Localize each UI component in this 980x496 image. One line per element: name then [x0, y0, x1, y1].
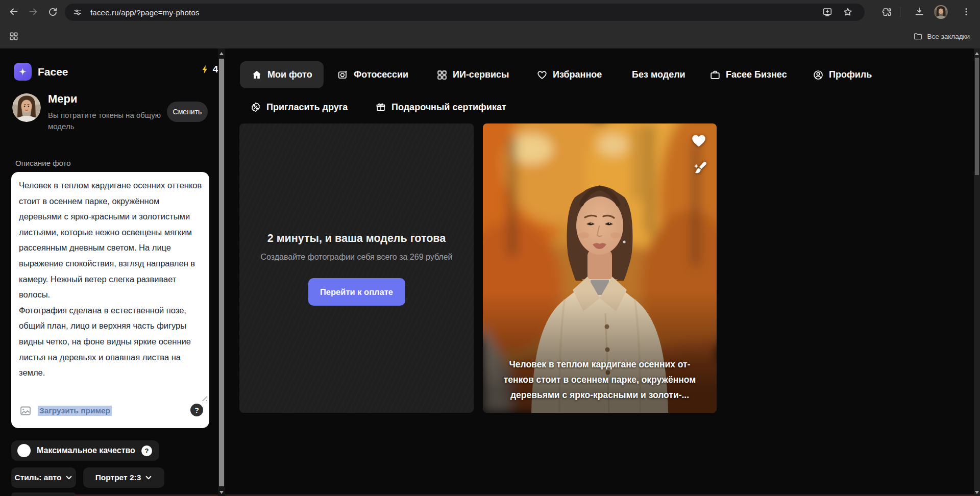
max-quality-toggle[interactable]: Максимальное качество ?	[11, 440, 159, 461]
nav-label: Подарочный сертификат	[391, 102, 506, 113]
user-note: Вы потратите токены на общую модель	[48, 110, 166, 132]
browser-scroll-up[interactable]	[975, 52, 979, 55]
tab-favorites[interactable]: Избранное	[536, 61, 602, 88]
quality-help-icon[interactable]: ?	[141, 445, 152, 456]
tab-label: Избранное	[553, 69, 602, 80]
toggle-knob[interactable]	[17, 444, 31, 457]
forward-icon[interactable]	[24, 3, 42, 20]
description-card: Человек в теплом кардигане осенних оттен…	[11, 172, 209, 428]
tab-label: ИИ-сервисы	[453, 69, 509, 80]
scroll-down-arrow[interactable]	[219, 491, 224, 494]
change-model-button[interactable]: Сменить	[167, 102, 208, 122]
browser-scrollbar[interactable]	[974, 48, 980, 496]
menu-dots-icon[interactable]	[958, 3, 975, 20]
brand-name: Facee	[38, 66, 68, 78]
apps-grid-icon[interactable]	[5, 28, 22, 45]
gift-certificate-button[interactable]: Подарочный сертификат	[375, 97, 506, 117]
app-page: Facee 45 Мери Вы потратите токены на общ…	[0, 48, 980, 496]
chevron-down-icon	[65, 474, 72, 481]
tab-label: Мои фото	[267, 69, 312, 80]
all-bookmarks-label: Все закладки	[927, 33, 970, 40]
image-icon	[19, 405, 32, 417]
primary-nav: Мои фото Фотосессии ИИ-сервисы Избранное…	[235, 61, 974, 88]
upload-example[interactable]: Загрузить пример	[19, 405, 112, 417]
chevron-down-icon	[145, 474, 152, 481]
photo-caption: Человек в теплом кардигане осенних от- т…	[483, 357, 717, 403]
profile-avatar[interactable]	[932, 3, 949, 20]
app-scrollbar[interactable]	[218, 48, 225, 496]
promo-card: 2 минуты, и ваша модель готова Создавайт…	[239, 123, 474, 413]
user-avatar[interactable]	[12, 93, 41, 122]
browser-scrollbar-thumb[interactable]	[975, 58, 979, 175]
gift-icon	[375, 102, 386, 113]
tab-photosessions[interactable]: Фотосессии	[337, 61, 408, 88]
caption-line: Человек в теплом кардигане осенних от-	[483, 357, 717, 372]
style-dropdown-value: Стиль: авто	[15, 473, 62, 482]
max-quality-label: Максимальное качество	[37, 446, 135, 455]
site-settings-icon[interactable]	[72, 7, 83, 18]
tab-no-model[interactable]: Без модели	[632, 61, 685, 88]
tab-my-photos[interactable]: Мои фото	[240, 61, 324, 88]
description-textarea[interactable]: Человек в теплом кардигане осенних оттен…	[19, 178, 204, 399]
url-text: facee.ru/app/?page=my-photos	[90, 8, 200, 17]
generated-photo-card[interactable]: Человек в теплом кардигане осенних от- т…	[483, 123, 717, 413]
caption-line: деревьями с ярко-красными и золоти-...	[483, 387, 717, 403]
brand: Facee	[14, 63, 68, 81]
install-app-icon[interactable]	[822, 7, 833, 18]
edit-brush-icon[interactable]	[691, 159, 708, 177]
browser-scroll-down[interactable]	[975, 491, 979, 494]
promo-title: 2 минуты, и ваша модель готова	[267, 232, 446, 245]
tab-label: Facee Бизнес	[726, 69, 787, 80]
aspect-dropdown-value: Портрет 2:3	[95, 473, 141, 482]
aspect-dropdown[interactable]: Портрет 2:3	[83, 467, 164, 488]
style-dropdown[interactable]: Стиль: авто	[11, 467, 76, 488]
invite-friend-button[interactable]: Пригласить друга	[250, 97, 348, 117]
tab-label: Профиль	[829, 69, 872, 80]
person-circle-icon	[813, 69, 824, 81]
main-content: Мои фото Фотосессии ИИ-сервисы Избранное…	[235, 48, 974, 496]
tab-facee-business[interactable]: Facee Бизнес	[709, 61, 787, 88]
downloads-icon[interactable]	[911, 3, 928, 20]
pay-button[interactable]: Перейти к оплате	[308, 278, 405, 306]
partial-button[interactable]	[11, 492, 76, 496]
upload-example-label[interactable]: Загрузить пример	[38, 406, 112, 416]
grid-icon	[436, 69, 448, 81]
tab-label: Фотосессии	[354, 69, 408, 80]
reload-icon[interactable]	[44, 3, 61, 20]
address-bar[interactable]: facee.ru/app/?page=my-photos	[65, 4, 865, 21]
favorite-heart-icon[interactable]	[690, 132, 707, 150]
facee-logo-icon[interactable]	[14, 63, 32, 81]
tab-profile[interactable]: Профиль	[813, 61, 872, 88]
home-icon	[251, 69, 262, 81]
tab-ai-services[interactable]: ИИ-сервисы	[436, 61, 509, 88]
secondary-nav: Пригласить друга Подарочный сертификат	[235, 97, 974, 117]
caption-line: тенков стоит в осеннем парке, окружённом	[483, 372, 717, 387]
toolbar-separator	[900, 7, 900, 17]
nav-label: Пригласить друга	[266, 102, 348, 113]
heart-icon	[536, 69, 548, 81]
app-scrollbar-thumb[interactable]	[219, 59, 224, 486]
all-bookmarks-button[interactable]: Все закладки	[913, 24, 970, 48]
bookmark-star-icon[interactable]	[842, 7, 853, 18]
bolt-icon	[200, 64, 210, 75]
camera-sparkle-icon	[337, 69, 349, 81]
user-name: Мери	[48, 92, 78, 106]
scroll-up-arrow[interactable]	[219, 52, 224, 55]
description-label: Описание фото	[15, 159, 71, 167]
briefcase-icon	[709, 69, 721, 81]
help-icon[interactable]: ?	[190, 404, 203, 416]
extensions-icon[interactable]	[878, 3, 895, 20]
back-icon[interactable]	[5, 3, 22, 20]
bookmarks-bar: Все закладки	[0, 24, 980, 48]
promo-subtitle: Создавайте фотографии себя всего за 269 …	[260, 253, 452, 262]
browser-toolbar: facee.ru/app/?page=my-photos	[0, 0, 980, 24]
percent-badge-icon	[250, 102, 261, 113]
tab-label: Без модели	[632, 69, 685, 80]
folder-icon	[913, 32, 923, 41]
